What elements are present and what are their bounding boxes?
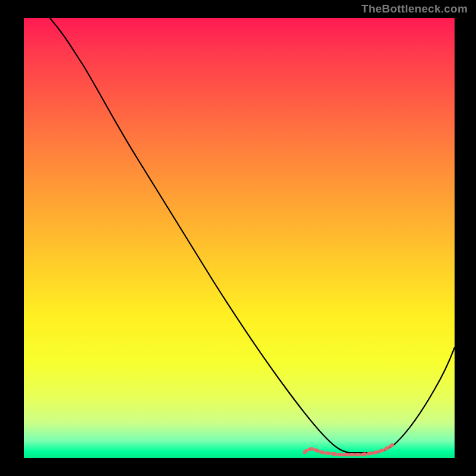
plot-area [24, 18, 455, 458]
bottleneck-curve [48, 18, 455, 453]
watermark-text: TheBottleneck.com [361, 2, 468, 15]
chart-frame: TheBottleneck.com [0, 0, 476, 476]
chart-svg [24, 18, 455, 458]
